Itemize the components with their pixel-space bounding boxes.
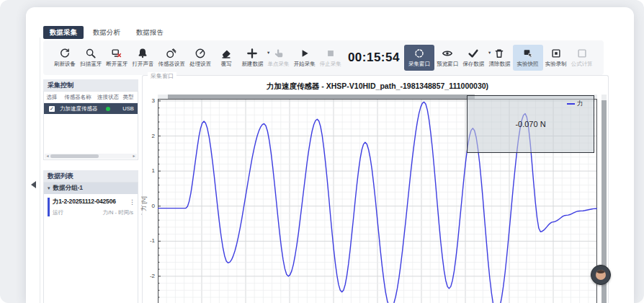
y-axis-label: 力 [N]: [140, 196, 148, 211]
column-header: 传感器名称: [60, 94, 96, 101]
chart-panel: 采集窗口 力加速度传感器 - XHSP-V10HID_path_-1981348…: [142, 75, 609, 303]
bell-icon: [137, 48, 148, 59]
tab-bar: 数据采集数据分析数据报告: [43, 26, 170, 39]
play-icon: [299, 48, 310, 59]
single-point-collect-label: 单点采集: [268, 61, 290, 68]
experiment-record-button[interactable]: 实验录制: [543, 46, 569, 69]
scan-bluetooth-label: 扫描蓝牙: [80, 61, 102, 68]
sensor-hscroll-thumb[interactable]: [50, 154, 99, 158]
sensor-hscroll-track[interactable]: [50, 154, 131, 158]
y-tick-label: 1: [144, 167, 155, 174]
sensor-type: USB: [120, 105, 136, 112]
disconnect-bluetooth-icon: [111, 48, 122, 59]
new-data-button[interactable]: ▾新建数据: [239, 46, 265, 69]
process-settings-button[interactable]: 处理设置: [187, 46, 213, 69]
open-sound-label: 打开声音: [132, 61, 153, 68]
sensor-row[interactable]: ✓力加速度传感器USB: [44, 103, 138, 114]
formula-icon: [576, 48, 588, 59]
avatar-face-icon: [596, 270, 606, 280]
sensor-name: 力加速度传感器: [60, 105, 96, 113]
dashed-circle-icon: [413, 48, 425, 59]
stop-collect-button: 停止采集: [318, 46, 344, 69]
snapshot-icon: [522, 48, 534, 59]
clear-data-label: 清除数据: [488, 61, 510, 68]
legend-line-icon: [567, 103, 575, 105]
save-data-label: 保存数据: [462, 61, 484, 68]
formula-calc-label: 公式计算: [571, 61, 593, 68]
tab-data-collection[interactable]: 数据采集: [43, 26, 84, 39]
column-header: 类型: [120, 94, 136, 101]
collection-control-header: 采集控制: [43, 79, 138, 91]
clear-data-button[interactable]: 清除数据: [486, 46, 512, 69]
toolbar: 刷新设备扫描蓝牙断开蓝牙打开声音传感器设置处理设置覆写▾新建数据单点采集开始采集…: [43, 40, 604, 75]
chart-legend: 力: [567, 100, 583, 108]
new-data-label: 新建数据: [241, 61, 263, 68]
scroll-left-icon[interactable]: ◂: [45, 154, 50, 159]
column-header: 选择: [44, 94, 60, 101]
sidebar-collapse-icon[interactable]: [31, 181, 36, 188]
overwrite-label: 覆写: [221, 61, 232, 68]
disconnect-bluetooth-button[interactable]: 断开蓝牙: [104, 46, 130, 69]
eye-icon: [442, 48, 453, 59]
sensor-table-hscrollbar[interactable]: ◂ ▸: [45, 154, 137, 159]
refresh-device-label: 刷新设备: [54, 61, 76, 68]
save-data-button[interactable]: ▾保存数据: [460, 46, 486, 69]
assistant-avatar-button[interactable]: [591, 265, 611, 285]
data-item-axes: 力/N - 时间/s: [103, 209, 134, 216]
overwrite-button[interactable]: 覆写: [213, 46, 239, 69]
open-sound-button[interactable]: 打开声音: [130, 46, 156, 69]
gauge-icon: [194, 48, 206, 59]
tab-data-report[interactable]: 数据报告: [130, 26, 170, 39]
single-point-collect-button: 单点采集: [266, 46, 292, 69]
data-item[interactable]: 力1-2-20251112-042506 ⋮ 运行 力/N - 时间/s: [44, 194, 138, 220]
plus-icon: [246, 48, 258, 59]
data-group-label: 数据分组-1: [53, 184, 84, 193]
kebab-menu-icon[interactable]: ⋮: [129, 198, 135, 206]
preview-window-button[interactable]: 预览窗口: [434, 46, 460, 69]
y-tick-label: 3: [144, 97, 155, 104]
data-item-status: 运行: [53, 209, 63, 216]
collect-window-button[interactable]: 采集窗口: [404, 45, 434, 71]
check-icon: [468, 48, 479, 59]
data-group-row[interactable]: ▾ 数据分组-1: [44, 183, 138, 194]
sensor-settings-icon: [166, 48, 177, 59]
disconnect-bluetooth-label: 断开蓝牙: [106, 61, 128, 68]
formula-calc-button: 公式计算: [569, 46, 595, 69]
chevron-down-icon: ▾: [48, 185, 50, 191]
left-rail-divider: [40, 38, 40, 303]
start-collect-button[interactable]: 开始采集: [292, 46, 318, 69]
refresh-icon: [59, 48, 71, 59]
data-list-header: 数据列表: [43, 170, 138, 182]
desktop-background: 数据采集数据分析数据报告 刷新设备扫描蓝牙断开蓝牙打开声音传感器设置处理设置覆写…: [0, 0, 644, 303]
data-item-accent-bar: [48, 198, 50, 216]
app-window: 数据采集数据分析数据报告 刷新设备扫描蓝牙断开蓝牙打开声音传感器设置处理设置覆写…: [26, 7, 634, 303]
start-collect-label: 开始采集: [294, 61, 316, 68]
chart-title: 力加速度传感器 - XHSP-V10HID_path_-1981348857_1…: [158, 82, 597, 92]
record-icon: [550, 48, 562, 59]
sensor-settings-label: 传感器设置: [158, 61, 186, 68]
connection-status-dot: [106, 107, 110, 111]
scan-bluetooth-button[interactable]: 扫描蓝牙: [78, 46, 104, 69]
measurement-value: -0.070 N: [515, 120, 545, 128]
eraser-icon: [220, 48, 232, 59]
collect-window-label: 采集窗口: [408, 61, 430, 68]
sensor-table-header: 选择传感器名称连接状态类型: [44, 92, 138, 103]
touch-icon: [273, 48, 285, 59]
scan-bluetooth-icon: [85, 48, 97, 59]
data-list: ▾ 数据分组-1 力1-2-20251112-042506 ⋮ 运行 力/N -…: [43, 182, 138, 303]
scroll-right-icon[interactable]: ▸: [131, 154, 137, 159]
refresh-device-button[interactable]: 刷新设备: [52, 46, 78, 69]
stop-icon: [325, 48, 336, 59]
tab-data-analysis[interactable]: 数据分析: [86, 26, 127, 39]
column-header: 连接状态: [96, 94, 120, 101]
experiment-snapshot-label: 实验快照: [517, 61, 539, 68]
sensor-checkbox[interactable]: ✓: [49, 106, 55, 112]
sensor-table: 选择传感器名称连接状态类型 ✓力加速度传感器USB ◂ ▸: [43, 91, 138, 160]
experiment-snapshot-button[interactable]: 实验快照: [513, 45, 543, 71]
chart-panel-label: 采集窗口: [148, 72, 176, 80]
experiment-record-label: 实验录制: [545, 61, 567, 68]
sensor-settings-button[interactable]: 传感器设置: [156, 46, 188, 69]
data-item-name: 力1-2-20251112-042506: [53, 198, 133, 206]
process-settings-label: 处理设置: [189, 61, 211, 68]
preview-window-label: 预览窗口: [437, 61, 458, 68]
